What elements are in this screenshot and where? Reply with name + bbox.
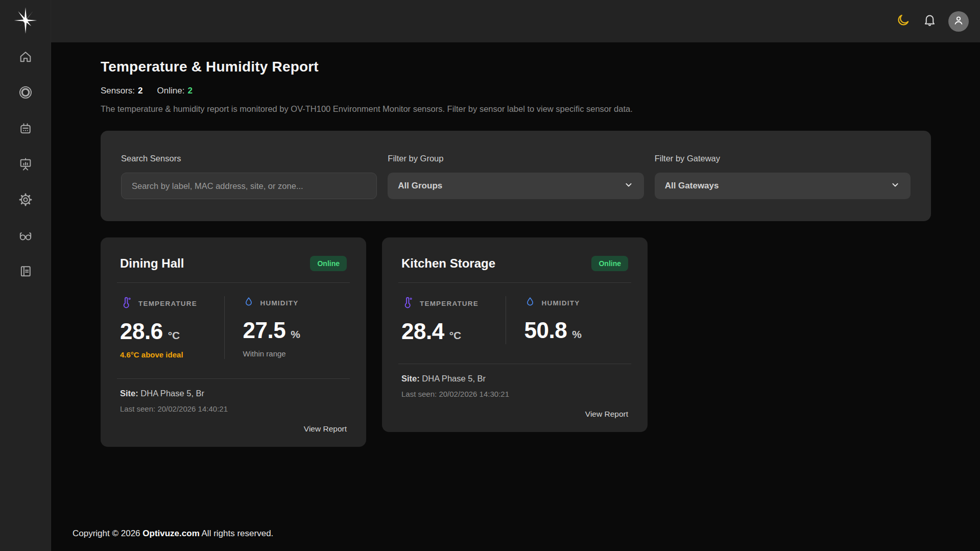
humidity-label: HUMIDITY [542,299,580,307]
app-logo[interactable] [12,0,39,42]
person-icon [952,14,965,29]
filter-by-gateway-label: Filter by Gateway [655,154,911,163]
sidebar-nav [18,42,33,278]
page-description: The temperature & humidity report is mon… [101,104,931,114]
online-count: Online:2 [157,86,193,96]
robot-icon [18,121,33,135]
sidebar-item-target[interactable] [18,85,33,100]
humidity-note: Within range [243,349,347,358]
temperature-value: 28.4 [401,319,444,344]
temperature-label: TEMPERATURE [420,300,479,307]
humidity-value: 27.5 [243,318,286,343]
home-icon [18,50,33,64]
page-title: Temperature & Humidity Report [101,59,931,75]
thermometer-icon [401,296,414,310]
gateway-select-value: All Gateways [665,181,719,191]
humidity-metric: HUMIDITY 50.8 % [506,296,629,344]
sparkle-logo-icon [12,7,39,36]
search-sensors-label: Search Sensors [121,154,377,163]
temperature-note: 4.6°C above ideal [120,350,224,359]
sidebar-item-notebook[interactable] [18,264,33,278]
target-icon [18,85,33,100]
glasses-icon [18,228,33,243]
droplet-icon [243,296,254,309]
temperature-metric: TEMPERATURE 28.6 °C 4.6°C above ideal [120,296,224,359]
view-report-link[interactable]: View Report [585,410,628,419]
sidebar-item-glasses[interactable] [18,228,33,243]
notifications-button[interactable] [922,14,937,29]
theme-toggle-button[interactable] [895,14,911,29]
search-input[interactable] [121,173,377,199]
site-info: Site: DHA Phase 5, Br [401,374,628,384]
last-seen: Last seen: 20/02/2026 14:40:21 [120,404,347,413]
group-select-value: All Groups [398,181,442,191]
brand-name: Optivuze.com [142,529,199,538]
humidity-label: HUMIDITY [260,299,299,307]
status-badge: Online [591,256,628,271]
view-report-link[interactable]: View Report [304,424,347,434]
temperature-metric: TEMPERATURE 28.4 °C [401,296,506,344]
chevron-down-icon [890,180,900,192]
thermometer-icon [120,296,132,310]
footer-copyright: Copyright © 2026 Optivuze.com All rights… [51,529,980,551]
site-info: Site: DHA Phase 5, Br [120,389,347,398]
sidebar-item-home[interactable] [18,50,33,64]
top-bar [0,0,980,42]
humidity-unit: % [572,328,582,341]
sensor-name: Kitchen Storage [401,256,495,271]
filter-panel: Search Sensors Filter by Group All Group… [101,131,931,221]
user-avatar[interactable] [948,11,969,32]
status-badge: Online [310,256,347,271]
last-seen: Last seen: 20/02/2026 14:30:21 [401,390,628,398]
sensor-card-kitchen-storage: Kitchen Storage Online [382,237,648,432]
gear-icon [18,193,33,207]
bell-icon [923,13,937,29]
sidebar-item-robot[interactable] [18,121,33,135]
sensor-name: Dining Hall [120,256,184,271]
humidity-unit: % [291,328,300,341]
temperature-label: TEMPERATURE [138,300,197,307]
gateway-select[interactable]: All Gateways [655,173,911,199]
sensor-card-dining-hall: Dining Hall Online TEMP [101,237,366,447]
sensor-cards: Dining Hall Online TEMP [101,237,931,447]
temperature-value: 28.6 [120,319,163,344]
droplet-icon [524,296,536,309]
moon-icon [896,13,910,29]
sidebar [0,0,51,551]
presentation-chart-icon [18,157,33,171]
humidity-metric: HUMIDITY 27.5 % Within range [224,296,347,359]
filter-by-group-label: Filter by Group [388,154,643,163]
main-area: Temperature & Humidity Report Sensors:2 … [51,42,980,551]
sensor-stats: Sensors:2 Online:2 [101,86,931,96]
sensors-count: Sensors:2 [101,86,143,96]
group-select[interactable]: All Groups [388,173,643,199]
notebook-icon [18,264,33,278]
humidity-value: 50.8 [524,318,567,343]
temperature-unit: °C [168,329,180,342]
sidebar-item-settings[interactable] [18,193,33,207]
sidebar-item-presentation[interactable] [18,157,33,171]
temperature-unit: °C [449,329,462,342]
chevron-down-icon [624,180,634,192]
